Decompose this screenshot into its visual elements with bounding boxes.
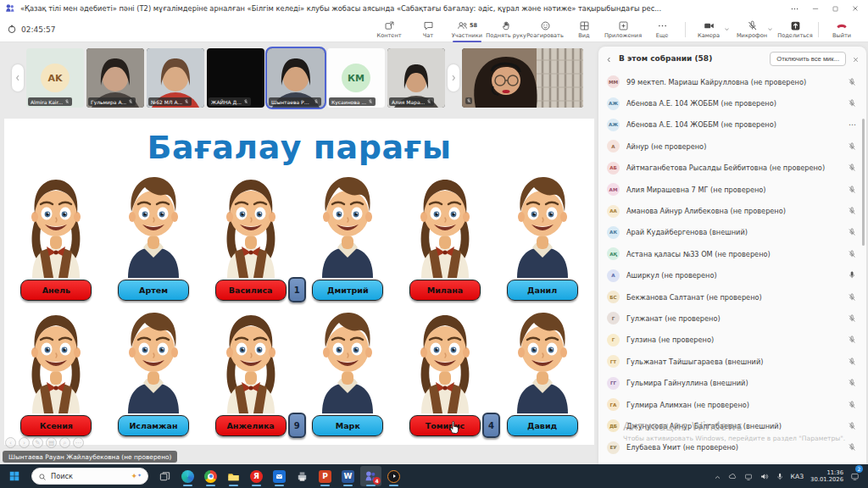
participant-row[interactable]: АБАйтмаганбетова Рысалды Бейбитовна (не … bbox=[598, 158, 866, 179]
start-button[interactable] bbox=[3, 466, 25, 486]
toolbar-button-grid[interactable]: Вид bbox=[565, 17, 604, 42]
taskbar-app-printer[interactable] bbox=[292, 466, 313, 486]
tray-chevron-up-icon[interactable] bbox=[714, 469, 721, 485]
student-name-plate[interactable]: Марк bbox=[312, 415, 383, 436]
participant-row[interactable]: ММ99 мектеп. Мариаш Кайрулловна (не пров… bbox=[598, 71, 866, 92]
toolbar-button-hand[interactable]: Поднять руку bbox=[487, 17, 526, 42]
mic-muted-icon[interactable] bbox=[848, 228, 856, 236]
participant-row[interactable]: ГГулзина (не проверено) bbox=[598, 330, 866, 351]
participant-row[interactable]: ААширкул (не проверено) bbox=[598, 265, 866, 286]
mic-muted-icon[interactable] bbox=[848, 401, 856, 409]
laser-icon[interactable]: ▤ bbox=[46, 437, 57, 448]
taskbar-app-media[interactable] bbox=[383, 466, 404, 486]
prev-icon[interactable]: ‹ bbox=[5, 437, 16, 448]
student-name-plate[interactable]: Анель bbox=[20, 280, 92, 301]
notification-center[interactable]: 2 bbox=[850, 469, 860, 485]
mute-all-button[interactable]: Отключить все мик... bbox=[770, 52, 846, 66]
mic-muted-icon[interactable] bbox=[848, 78, 856, 86]
toolbar-button-mic_muted[interactable]: Микрофон bbox=[732, 17, 771, 42]
video-tile[interactable]: №62 МЛ А... bbox=[147, 48, 204, 108]
participant-row[interactable]: АЖАбенова А.Е. 104 ЖОББМ (не проверено) bbox=[598, 92, 866, 114]
taskbar-search[interactable]: Поиск ✦✦ bbox=[31, 468, 148, 485]
active-speaker-tile[interactable] bbox=[462, 48, 583, 108]
video-tile[interactable]: КМКусаинова ... bbox=[327, 48, 385, 108]
participant-row[interactable]: АЖАбенова А.Е. 104 ЖОББМ (не проверено)⋯ bbox=[598, 114, 866, 136]
mic-muted-icon[interactable] bbox=[848, 250, 856, 258]
participant-row[interactable]: АҚАстана қаласы №33 ОМ (не проверено) bbox=[598, 243, 866, 264]
student-name-plate[interactable]: Данил bbox=[507, 280, 578, 301]
mic-muted-icon[interactable] bbox=[848, 358, 856, 366]
mic-muted-icon[interactable] bbox=[848, 422, 856, 430]
student-name-plate[interactable]: Ксения bbox=[20, 415, 92, 436]
student-name-plate[interactable]: Исламжан bbox=[118, 415, 189, 436]
mic-muted-icon[interactable] bbox=[848, 443, 856, 452]
taskbar-app-chrome[interactable] bbox=[200, 466, 221, 486]
participant-row[interactable]: ЕУЕлубаева Умит (не проверено) bbox=[598, 437, 866, 458]
student-name-plate[interactable]: Томирис bbox=[409, 415, 481, 436]
toolbar-button-chat[interactable]: Чат bbox=[409, 17, 448, 42]
mic-muted-icon[interactable] bbox=[848, 186, 856, 194]
participant-row[interactable]: ААйнур (не проверено) bbox=[598, 136, 866, 157]
toolbar-button-content[interactable]: Контент bbox=[370, 17, 409, 42]
tray-volume-icon[interactable] bbox=[760, 469, 769, 485]
tray-cloud-icon[interactable] bbox=[728, 469, 737, 485]
student-name-plate[interactable]: Анжелика bbox=[215, 415, 287, 436]
taskbar-app-edge[interactable] bbox=[177, 466, 198, 486]
video-tile[interactable]: ЖАЙНА Д... bbox=[207, 48, 264, 108]
mic-muted-icon[interactable] bbox=[848, 207, 856, 215]
draw-icon[interactable]: ✎ bbox=[32, 437, 43, 448]
taskbar-app-explorer[interactable] bbox=[223, 466, 244, 486]
student-name-plate[interactable]: Милана bbox=[409, 280, 481, 301]
mic-on-icon[interactable] bbox=[848, 271, 856, 280]
window-more-icon[interactable] bbox=[790, 4, 799, 14]
window-close-icon[interactable] bbox=[851, 4, 860, 13]
mic-muted-icon[interactable] bbox=[848, 379, 856, 387]
panel-back-icon[interactable] bbox=[605, 51, 613, 67]
toolbar-button-people[interactable]: 58Участники bbox=[448, 17, 487, 42]
zoom-icon[interactable]: ⌕ bbox=[59, 437, 70, 448]
video-tile[interactable]: Шынтаева Рауа... bbox=[267, 48, 325, 108]
taskbar-app-mail[interactable] bbox=[269, 466, 290, 486]
panel-close-icon[interactable] bbox=[852, 51, 860, 67]
taskbar-app-task-view[interactable] bbox=[154, 466, 175, 486]
taskbar-app-yandex[interactable]: Я bbox=[246, 466, 267, 486]
video-tile[interactable]: AKAlmira Kair... bbox=[26, 48, 84, 108]
toolbar-button-more[interactable]: Еще bbox=[643, 17, 682, 42]
window-minimize-icon[interactable] bbox=[811, 4, 820, 13]
participant-row[interactable]: АААманова Айнур Алибековна (не проверено… bbox=[598, 200, 866, 221]
tray-network-icon[interactable] bbox=[744, 469, 753, 485]
panel-scrollbar[interactable] bbox=[862, 119, 865, 246]
taskbar-app-teams[interactable]: 4 bbox=[360, 466, 381, 486]
participant-row[interactable]: АКАрай Кудайбергенова (внешний) bbox=[598, 222, 866, 243]
mic-muted-icon[interactable] bbox=[848, 99, 856, 108]
language-indicator[interactable]: КАЗ bbox=[791, 473, 804, 480]
student-name-plate[interactable]: Давид bbox=[507, 415, 578, 436]
student-name-plate[interactable]: Артем bbox=[118, 280, 189, 301]
mic-muted-icon[interactable] bbox=[848, 336, 856, 344]
taskbar-clock[interactable]: 11:36 30.01.2026 bbox=[810, 469, 843, 484]
filmstrip-next-button[interactable] bbox=[448, 64, 459, 92]
participant-row[interactable]: БСБекжанова Салтанат (не проверено) bbox=[598, 286, 866, 308]
window-maximize-icon[interactable] bbox=[832, 5, 839, 13]
mic-muted-icon[interactable] bbox=[848, 142, 856, 151]
taskbar-app-word[interactable]: W bbox=[337, 466, 359, 486]
participant-row[interactable]: ДБДжунусова Айнур Балгабаевна (внешний) bbox=[598, 415, 866, 436]
more-icon[interactable]: ⋯ bbox=[73, 437, 84, 448]
taskbar-app-powerpoint[interactable]: P bbox=[314, 466, 336, 486]
toolbar-button-apps[interactable]: Приложения bbox=[604, 17, 643, 42]
student-name-plate[interactable]: Дмитрий bbox=[312, 280, 383, 301]
participant-row[interactable]: ГАГулмира Алимхан (не проверено) bbox=[598, 394, 866, 415]
participant-row[interactable]: АМАлия Мирашевна 7 МГ (не проверено) bbox=[598, 179, 866, 200]
participant-more-icon[interactable]: ⋯ bbox=[849, 120, 856, 129]
toolbar-button-leave[interactable]: Выйти bbox=[822, 17, 861, 42]
mic-muted-icon[interactable] bbox=[848, 293, 856, 302]
participant-row[interactable]: ГТГульжанат Тайшыгараева (внешний) bbox=[598, 351, 866, 372]
toolbar-button-smiley[interactable]: Реагировать bbox=[526, 17, 565, 42]
filmstrip-prev-button[interactable] bbox=[12, 64, 24, 92]
participant-row[interactable]: ГГулжанат (не проверено) bbox=[598, 308, 866, 329]
toolbar-button-camera[interactable]: Камера bbox=[689, 17, 728, 42]
student-name-plate[interactable]: Василиса bbox=[215, 280, 287, 301]
mic-muted-icon[interactable] bbox=[848, 164, 856, 172]
tray-mic-icon[interactable] bbox=[776, 469, 784, 485]
video-tile[interactable]: Алия Мара... bbox=[387, 48, 445, 108]
